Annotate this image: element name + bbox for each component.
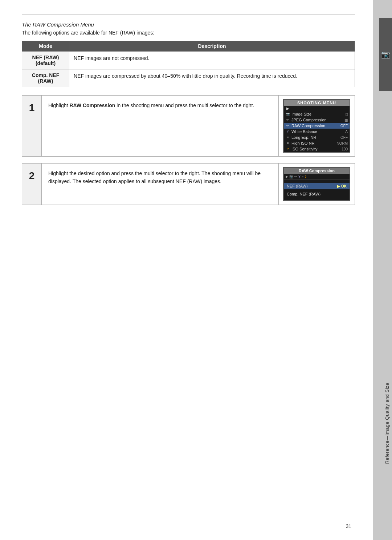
step-2-number: 2 — [22, 164, 42, 205]
screen-1-row-iso: ? ISO Sensitivity 100 — [284, 146, 350, 152]
screen-1-title: SHOOTING MENU — [284, 100, 350, 106]
screen-1-row-nav: ▶ — [284, 106, 350, 111]
step-1-row: 1 Highlight RAW Compression in the shoot… — [22, 95, 355, 157]
table-row: NEF (RAW)(default) NEF images are not co… — [22, 52, 355, 69]
page-number: 31 — [346, 523, 351, 529]
step-2-text: Highlight the desired option and press t… — [42, 164, 278, 205]
table-row: Comp. NEF(RAW) NEF images are compressed… — [22, 69, 355, 87]
sidebar-tab: 📷 — [379, 18, 392, 91]
screen-2-comp-nef: Comp. NEF (RAW) — [284, 191, 350, 197]
top-rule — [22, 15, 355, 15]
intro-text: The following options are available for … — [22, 30, 355, 36]
screen-1-row-highnr: ≡ High ISO NR NORM — [284, 140, 350, 146]
table-header-description: Description — [69, 41, 355, 52]
screen-1-row-longnr: ≡ Long Exp. NR OFF — [284, 134, 350, 140]
screen-1-row-wb: Y White Balance A — [284, 129, 350, 134]
sidebar-vertical-text: Reference—Image Quality and Size — [382, 379, 392, 467]
table-cell-desc-1: NEF images are not compressed. — [69, 52, 355, 69]
table-cell-mode-1: NEF (RAW)(default) — [22, 52, 69, 69]
camera-icon: 📷 — [381, 50, 390, 59]
screen-2-iconbar: ▶ 📷 ✏ Y ≡ ? — [284, 174, 350, 180]
screen-2-title: RAW Compression — [284, 168, 350, 174]
screen-1-row-jpeg: ✏ JPEG Compression ▦ — [284, 117, 350, 123]
step-1-text: Highlight RAW Compression in the shootin… — [42, 96, 278, 156]
options-table: Mode Description NEF (RAW)(default) NEF … — [22, 41, 355, 87]
table-cell-desc-2: NEF images are compressed by about 40–50… — [69, 69, 355, 87]
right-sidebar: 📷 Reference—Image Quality and Size — [373, 0, 392, 540]
step-1-screen: SHOOTING MENU ▶ 📷 Image Size □ ✏ JP — [283, 99, 350, 153]
step-2-screen: RAW Compression ▶ 📷 ✏ Y ≡ ? NEF (RAW — [283, 167, 350, 201]
table-header-mode: Mode — [22, 41, 69, 52]
step-1-number: 1 — [22, 96, 42, 156]
step-2-image: RAW Compression ▶ 📷 ✏ Y ≡ ? NEF (RAW — [278, 164, 355, 205]
section-title: The RAW Compression Menu — [22, 21, 355, 28]
screen-1-row-raw: ✏ RAW Compression OFF — [284, 123, 350, 129]
screen-1-row-imagesize: 📷 Image Size □ — [284, 111, 350, 117]
step-2-row: 2 Highlight the desired option and press… — [22, 163, 355, 205]
table-cell-mode-2: Comp. NEF(RAW) — [22, 69, 69, 87]
step-1-image: SHOOTING MENU ▶ 📷 Image Size □ ✏ JP — [278, 96, 355, 156]
steps-container: 1 Highlight RAW Compression in the shoot… — [22, 95, 355, 205]
screen-2-nef-raw: NEF (RAW) ▶ OK — [284, 183, 350, 189]
